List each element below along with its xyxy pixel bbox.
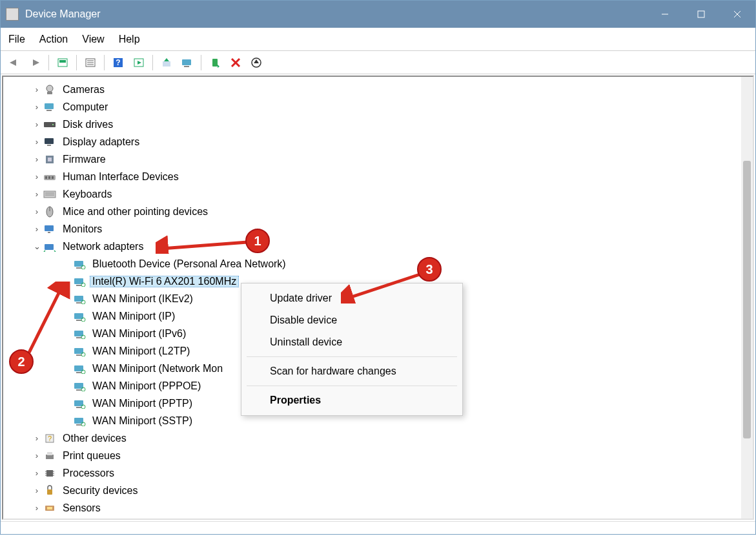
tree-item-label: WAN Miniport (Network Mon xyxy=(90,364,225,374)
uninstall-device-button[interactable] xyxy=(226,54,245,72)
camera-icon xyxy=(43,84,56,96)
chevron-icon[interactable]: › xyxy=(32,155,42,163)
tree-category[interactable]: ›Mice and other pointing devices xyxy=(6,203,750,220)
mouse-icon xyxy=(43,206,56,218)
tree-category[interactable]: ›Firmware xyxy=(6,150,750,168)
back-button[interactable] xyxy=(5,54,24,72)
disable-device-button[interactable] xyxy=(247,54,266,72)
chevron-icon[interactable]: › xyxy=(32,85,42,94)
svg-rect-49 xyxy=(76,267,81,269)
tree-item-label: Human Interface Devices xyxy=(60,172,181,182)
chevron-icon[interactable]: ⌄ xyxy=(32,242,42,251)
svg-rect-19 xyxy=(184,66,189,67)
menu-action[interactable]: Action xyxy=(39,34,68,45)
chevron-icon[interactable]: › xyxy=(32,434,42,442)
menu-file[interactable]: File xyxy=(8,34,25,45)
tree-category[interactable]: ›Keyboards xyxy=(6,185,750,203)
tree-category[interactable]: ›Disk drives xyxy=(6,116,750,133)
chevron-icon[interactable]: › xyxy=(32,451,42,460)
computer-icon xyxy=(43,101,56,113)
tree-item-label: WAN Miniport (PPTP) xyxy=(90,398,195,409)
svg-rect-7 xyxy=(59,60,66,63)
tree-category[interactable]: ›Human Interface Devices xyxy=(6,168,750,185)
svg-text:?: ? xyxy=(48,435,52,442)
toolbar: ? xyxy=(1,51,755,74)
chevron-icon[interactable]: › xyxy=(32,190,42,198)
svg-rect-16 xyxy=(163,61,170,67)
properties-button[interactable] xyxy=(81,54,100,72)
firmware-icon xyxy=(43,154,56,165)
tree-item-label: WAN Miniport (PPPOE) xyxy=(90,381,203,391)
other-icon: ? xyxy=(43,433,56,444)
chevron-icon[interactable]: › xyxy=(32,103,42,111)
svg-rect-76 xyxy=(76,424,81,426)
svg-rect-89 xyxy=(47,489,52,495)
scan-hardware-button[interactable] xyxy=(178,54,197,72)
annotation-badge-1: 1 xyxy=(245,229,270,253)
menu-item[interactable]: Scan for hardware changes xyxy=(241,360,462,382)
menu-view[interactable]: View xyxy=(82,34,104,45)
svg-rect-38 xyxy=(48,176,50,179)
enable-device-button[interactable] xyxy=(205,54,225,72)
tree-device[interactable]: Bluetooth Device (Personal Area Network) xyxy=(6,255,750,272)
tree-category[interactable]: ⌄Network adapters xyxy=(6,238,750,255)
tree-item-label: Mice and other pointing devices xyxy=(60,207,210,217)
vertical-scrollbar[interactable] xyxy=(741,77,753,519)
tree-category[interactable]: ›Display adapters xyxy=(6,133,750,150)
chevron-icon[interactable]: › xyxy=(32,172,42,181)
disk-icon xyxy=(43,119,56,130)
svg-rect-39 xyxy=(52,176,54,179)
window-title: Device Manager xyxy=(25,8,101,20)
chevron-icon[interactable]: › xyxy=(32,469,42,477)
svg-rect-28 xyxy=(45,103,54,109)
svg-point-26 xyxy=(46,85,53,92)
tree-category[interactable]: ›Print queues xyxy=(6,447,750,464)
menu-separator xyxy=(247,386,457,386)
security-icon xyxy=(43,485,56,497)
svg-rect-91 xyxy=(47,507,52,509)
tree-category[interactable]: ›?Other devices xyxy=(6,429,750,447)
chevron-icon[interactable]: › xyxy=(32,486,42,495)
chevron-icon[interactable]: › xyxy=(32,225,42,233)
svg-rect-81 xyxy=(47,452,52,455)
minimize-button[interactable] xyxy=(647,1,683,28)
tree-category[interactable]: ›Security devices xyxy=(6,482,750,499)
menu-item[interactable]: Properties xyxy=(241,389,462,411)
svg-rect-52 xyxy=(76,285,81,286)
show-hidden-button[interactable] xyxy=(53,54,72,72)
chevron-icon[interactable]: › xyxy=(32,504,42,512)
menu-item[interactable]: Uninstall device xyxy=(241,331,462,353)
annotation-arrow-1 xyxy=(156,234,252,254)
chevron-icon[interactable]: › xyxy=(32,120,42,129)
maximize-button[interactable] xyxy=(683,1,719,28)
netcard-icon xyxy=(73,328,86,340)
tree-category[interactable]: ›Computer xyxy=(6,98,750,116)
action-button[interactable] xyxy=(129,54,148,72)
svg-marker-25 xyxy=(254,59,259,63)
forward-button[interactable] xyxy=(25,54,45,72)
netcard-icon xyxy=(73,363,86,375)
monitor-icon xyxy=(43,223,56,235)
chevron-icon[interactable]: › xyxy=(32,207,42,216)
tree-category[interactable]: ›Sensors xyxy=(6,499,750,517)
titlebar[interactable]: Device Manager xyxy=(1,1,755,28)
svg-rect-37 xyxy=(45,176,47,179)
update-driver-button[interactable] xyxy=(157,54,176,72)
tree-item-label: WAN Miniport (IKEv2) xyxy=(90,294,196,304)
scrollbar-thumb[interactable] xyxy=(743,161,751,438)
netcard-icon xyxy=(73,258,86,270)
svg-rect-1 xyxy=(698,11,704,17)
close-button[interactable] xyxy=(719,1,755,28)
menu-help[interactable]: Help xyxy=(119,34,140,45)
help-button[interactable]: ? xyxy=(108,54,128,72)
tree-category[interactable]: ›Processors xyxy=(6,464,750,482)
tree-category[interactable]: ›Cameras xyxy=(6,81,750,98)
tree-category[interactable]: ›Monitors xyxy=(6,220,750,238)
keyboard-icon xyxy=(43,189,56,200)
menu-item[interactable]: Disable device xyxy=(241,309,462,331)
statusbar xyxy=(1,521,755,534)
tree-item-label: Sensors xyxy=(60,503,103,513)
chevron-icon[interactable]: › xyxy=(32,138,42,146)
tree-item-label: Disk drives xyxy=(60,119,116,130)
tree-item-label: Processors xyxy=(60,468,117,478)
